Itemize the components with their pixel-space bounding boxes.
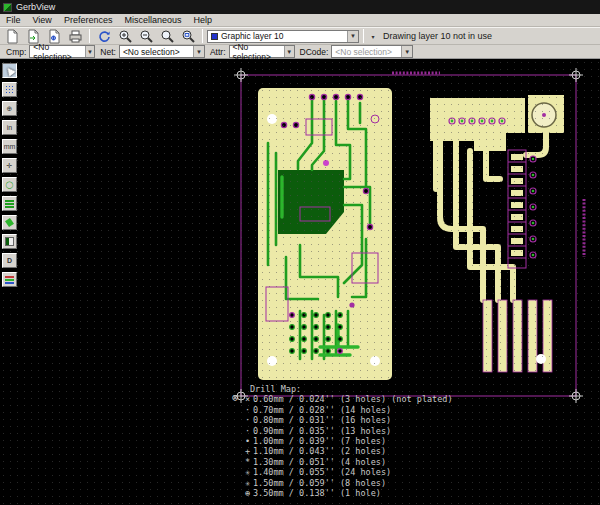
- grid-visibility-button[interactable]: [2, 82, 17, 97]
- chevron-down-icon: ▼: [193, 46, 204, 57]
- grid-icon: [5, 85, 14, 94]
- polar-coords-button[interactable]: ⊕: [2, 101, 17, 116]
- menu-view[interactable]: View: [27, 14, 58, 26]
- zoom-out-icon: [139, 29, 154, 44]
- chevron-down-icon: ▼: [347, 31, 358, 42]
- zoom-fit-button[interactable]: [178, 28, 198, 44]
- drill-symbol: ✳: [242, 478, 253, 488]
- negative-objects-button[interactable]: [2, 234, 17, 249]
- layer-color-swatch: [211, 33, 218, 40]
- lines-icon: [5, 200, 14, 208]
- drill-row-text: 0.60mm / 0.024'' (3 holes) (not plated): [253, 394, 453, 404]
- drill-map-row: +1.10mm / 0.043'' (2 holes): [242, 446, 453, 456]
- cursor-tool-button[interactable]: [2, 63, 17, 78]
- dcode-letter-icon: D: [7, 257, 12, 264]
- show-dcodes-button[interactable]: D: [2, 253, 17, 268]
- window-title: GerbView: [16, 2, 55, 12]
- drill-map-row: ✳1.50mm / 0.059'' (8 holes): [242, 478, 453, 488]
- clear-layers-button[interactable]: [2, 28, 22, 44]
- mm-label: mm: [4, 143, 16, 150]
- zoom-redraw-button[interactable]: [157, 28, 177, 44]
- drill-origin-icon: ⊗: [232, 393, 239, 403]
- drill-row-text: 1.00mm / 0.039'' (7 holes): [253, 436, 386, 446]
- filter-toolbar: Cmp: <No selection> ▼ Net: <No selection…: [0, 45, 600, 59]
- drill-row-text: 0.80mm / 0.031'' (16 holes): [253, 415, 391, 425]
- drill-map-row: ⊕3.50mm / 0.138'' (1 hole): [242, 488, 453, 498]
- drill-symbol: •: [242, 436, 253, 446]
- drill-row-text: 1.40mm / 0.055'' (24 holes): [253, 467, 391, 477]
- drill-row-text: 3.50mm / 0.138'' (1 hole): [253, 488, 381, 498]
- lines-sketch-button[interactable]: [2, 196, 17, 211]
- menu-help[interactable]: Help: [187, 14, 218, 26]
- polar-icon: ⊕: [7, 105, 13, 113]
- flashed-items-sketch-button[interactable]: ◯: [2, 177, 17, 192]
- menu-miscellaneous[interactable]: Miscellaneous: [118, 14, 187, 26]
- net-label: Net:: [100, 47, 116, 57]
- menu-file[interactable]: File: [0, 14, 27, 26]
- chevron-down-icon: ▼: [85, 46, 95, 57]
- layer-selector-value: Graphic layer 10: [221, 31, 283, 41]
- drill-symbol: ⊕: [242, 488, 253, 498]
- zoom-in-button[interactable]: [115, 28, 135, 44]
- drill-symbol: +: [242, 446, 253, 456]
- drill-map-row: •1.00mm / 0.039'' (7 holes): [242, 436, 453, 446]
- title-bar[interactable]: GerbView: [0, 0, 600, 14]
- dcode-select[interactable]: <No selection> ▼: [331, 45, 413, 58]
- zoom-out-button[interactable]: [136, 28, 156, 44]
- toolbar-separator: [202, 29, 203, 43]
- layers-stack-icon: [5, 275, 14, 285]
- refresh-button[interactable]: [94, 28, 114, 44]
- net-select-value: <No selection>: [123, 47, 180, 57]
- main-toolbar: Graphic layer 10 ▼ ▾ Drawing layer 10 no…: [0, 27, 600, 45]
- drill-map-row: ·0.80mm / 0.031'' (16 holes): [242, 415, 453, 425]
- drill-map-row: ·0.90mm / 0.035'' (13 holes): [242, 426, 453, 436]
- drawing-canvas[interactable]: ⊗ Drill Map: ×0.60mm / 0.024'' (3 holes)…: [0, 59, 600, 505]
- chevron-down-icon: ▼: [284, 46, 294, 57]
- zoom-fit-icon: [181, 29, 196, 44]
- zoom-redraw-icon: [160, 29, 175, 44]
- cursor-arrow-icon: [4, 65, 15, 76]
- drill-map-row: ·0.70mm / 0.028'' (14 holes): [242, 405, 453, 415]
- gerbview-window: GerbView File View Preferences Miscellan…: [0, 0, 600, 505]
- refresh-icon: [97, 29, 112, 44]
- drill-symbol: ·: [242, 426, 253, 436]
- drill-row-text: 0.70mm / 0.028'' (14 holes): [253, 405, 391, 415]
- menu-preferences[interactable]: Preferences: [58, 14, 119, 26]
- drill-symbol: ·: [242, 405, 253, 415]
- drill-map: ⊗ Drill Map: ×0.60mm / 0.024'' (3 holes)…: [230, 384, 453, 498]
- inches-label: in: [7, 124, 12, 131]
- zoom-in-icon: [118, 29, 133, 44]
- units-mm-button[interactable]: mm: [2, 139, 17, 154]
- drill-map-row: ✳1.40mm / 0.055'' (24 holes): [242, 467, 453, 477]
- net-select[interactable]: <No selection> ▼: [119, 45, 205, 58]
- drill-map-row: *1.30mm / 0.051'' (4 holes): [242, 457, 453, 467]
- menu-bar: File View Preferences Miscellaneous Help: [0, 14, 600, 27]
- drill-map-title: Drill Map:: [250, 384, 453, 394]
- flashed-circle-icon: ◯: [6, 181, 14, 189]
- cmp-select[interactable]: <No selection> ▼: [29, 45, 95, 58]
- attr-select[interactable]: <No selection> ▼: [229, 45, 295, 58]
- dcode-select-value: <No selection>: [335, 47, 392, 57]
- app-icon: [3, 3, 12, 12]
- layer-selector[interactable]: Graphic layer 10 ▼: [207, 30, 359, 43]
- units-inches-button[interactable]: in: [2, 120, 17, 135]
- dcode-label: DCode:: [300, 47, 329, 57]
- cmp-label: Cmp:: [6, 47, 26, 57]
- negative-objects-icon: [5, 237, 14, 246]
- drill-row-text: 1.10mm / 0.043'' (2 holes): [253, 446, 386, 456]
- polygons-sketch-button[interactable]: [2, 215, 17, 230]
- drill-symbol: *: [242, 457, 253, 467]
- chevron-down-icon: ▼: [401, 46, 412, 57]
- drill-symbol: ×: [242, 394, 253, 404]
- blank-page-icon: [5, 29, 20, 44]
- cursor-shape-button[interactable]: ✛: [2, 158, 17, 173]
- drill-symbol: ·: [242, 415, 253, 425]
- layer-dropdown-arrow[interactable]: ▾: [368, 29, 378, 43]
- toolbar-separator: [89, 29, 90, 43]
- polygon-icon: [5, 218, 14, 227]
- layer-status-text: Drawing layer 10 not in use: [383, 31, 492, 41]
- attr-label: Attr:: [210, 47, 226, 57]
- drill-map-row: ×0.60mm / 0.024'' (3 holes) (not plated): [242, 394, 453, 404]
- layers-manager-button[interactable]: [2, 272, 17, 287]
- drill-row-text: 1.30mm / 0.051'' (4 holes): [253, 457, 386, 467]
